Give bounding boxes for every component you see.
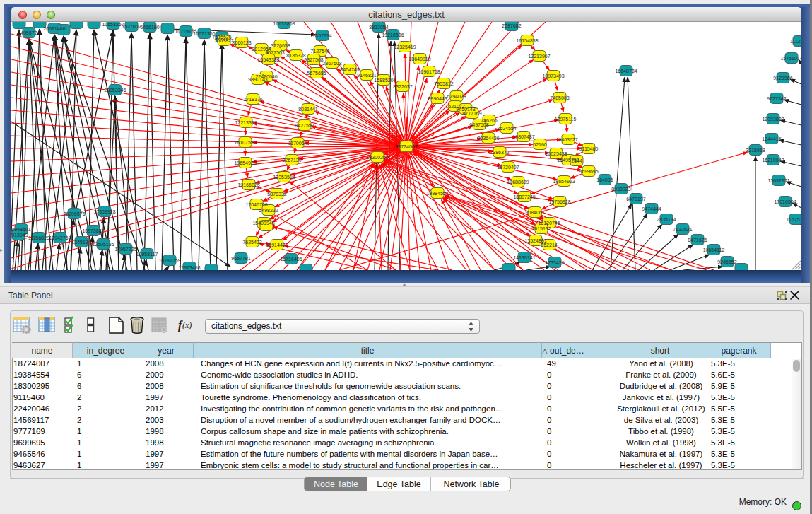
svg-text:16543382: 16543382 <box>257 57 279 62</box>
svg-text:164095: 164095 <box>596 177 613 182</box>
svg-text:15692971: 15692971 <box>767 178 789 183</box>
svg-text:10807487: 10807487 <box>512 134 534 139</box>
svg-text:28053346: 28053346 <box>104 88 126 93</box>
svg-text:8471626: 8471626 <box>688 238 707 243</box>
svg-text:18807249: 18807249 <box>513 194 535 199</box>
svg-text:7663822: 7663822 <box>214 38 233 43</box>
svg-text:16961758: 16961758 <box>418 69 440 74</box>
svg-text:8322037: 8322037 <box>393 84 412 89</box>
svg-text:9227342: 9227342 <box>767 96 786 101</box>
svg-text:2935134: 2935134 <box>657 217 676 222</box>
svg-text:8660123: 8660123 <box>232 40 251 45</box>
svg-text:9777169: 9777169 <box>462 111 481 116</box>
svg-text:16120746: 16120746 <box>538 221 560 226</box>
svg-text:6794028: 6794028 <box>447 94 466 99</box>
svg-text:8186328: 8186328 <box>286 53 305 58</box>
svg-text:16782759: 16782759 <box>158 258 180 263</box>
svg-text:8813054: 8813054 <box>369 25 388 30</box>
svg-text:9146821: 9146821 <box>357 73 376 78</box>
svg-text:12505135: 12505135 <box>92 242 114 247</box>
svg-text:16648784: 16648784 <box>615 69 637 74</box>
svg-text:12213369: 12213369 <box>235 120 257 125</box>
svg-text:9084067: 9084067 <box>525 210 544 215</box>
svg-text:1588520: 1588520 <box>374 78 393 83</box>
svg-text:1527602: 1527602 <box>122 24 141 29</box>
svg-text:10975887: 10975887 <box>82 228 104 233</box>
svg-text:3624554: 3624554 <box>497 126 516 131</box>
svg-text:17359928: 17359928 <box>93 209 115 214</box>
svg-text:12975115: 12975115 <box>555 117 577 122</box>
svg-text:12923468: 12923468 <box>178 265 200 270</box>
svg-text:20364436: 20364436 <box>477 136 499 141</box>
svg-text:1615132: 1615132 <box>531 226 551 231</box>
svg-text:9657791: 9657791 <box>231 256 250 261</box>
svg-text:9627503: 9627503 <box>265 50 284 55</box>
svg-text:19756928: 19756928 <box>548 199 570 204</box>
svg-text:16914479: 16914479 <box>266 243 288 247</box>
svg-text:8990443: 8990443 <box>428 96 447 101</box>
svg-text:2718176: 2718176 <box>243 97 262 102</box>
svg-text:9129966: 9129966 <box>773 76 792 81</box>
svg-text:3913943: 3913943 <box>11 233 28 238</box>
svg-text:12325419: 12325419 <box>394 45 416 49</box>
svg-text:5878332: 5878332 <box>267 192 286 197</box>
svg-text:7127546: 7127546 <box>310 49 329 54</box>
svg-text:10973493: 10973493 <box>542 74 564 78</box>
svg-text:16210643: 16210643 <box>762 158 784 163</box>
svg-text:20691406: 20691406 <box>43 26 65 31</box>
svg-text:1167533: 1167533 <box>787 217 801 222</box>
svg-text:7485003: 7485003 <box>550 95 569 100</box>
svg-text:19218506: 19218506 <box>382 33 404 37</box>
svg-text:7386372: 7386372 <box>490 150 509 155</box>
svg-text:8031441: 8031441 <box>298 107 317 112</box>
svg-text:62160: 62160 <box>533 142 547 147</box>
svg-text:16107553: 16107553 <box>234 140 256 145</box>
svg-text:9327508: 9327508 <box>304 57 323 62</box>
svg-text:15409948: 15409948 <box>252 221 274 226</box>
svg-text:26206576: 26206576 <box>63 211 85 216</box>
svg-text:9890143: 9890143 <box>248 77 267 82</box>
svg-text:18640910: 18640910 <box>408 57 430 62</box>
svg-text:16154838: 16154838 <box>516 38 538 43</box>
svg-text:5498222: 5498222 <box>259 208 278 213</box>
svg-text:2367608: 2367608 <box>322 61 341 66</box>
svg-text:9115460: 9115460 <box>579 146 599 151</box>
svg-text:9463627: 9463627 <box>558 137 577 142</box>
svg-text:3226058: 3226058 <box>271 43 290 48</box>
svg-text:7955812: 7955812 <box>434 81 453 86</box>
svg-text:19384554: 19384554 <box>426 191 448 196</box>
svg-text:15751074: 15751074 <box>780 56 801 61</box>
svg-text:9474444: 9474444 <box>642 206 661 211</box>
svg-text:1244415: 1244415 <box>762 136 781 141</box>
svg-text:18724007: 18724007 <box>395 144 417 149</box>
svg-text:19654923: 19654923 <box>553 179 575 184</box>
svg-text:19166825: 19166825 <box>237 182 259 187</box>
svg-text:6466160: 6466160 <box>140 25 159 30</box>
svg-text:8938923: 8938923 <box>611 187 630 192</box>
svg-text:2087682: 2087682 <box>502 23 521 28</box>
svg-text:1112504: 1112504 <box>790 39 801 44</box>
svg-text:9943501: 9943501 <box>11 227 30 232</box>
svg-text:14136141: 14136141 <box>513 255 535 260</box>
svg-text:12942757: 12942757 <box>49 235 71 240</box>
svg-text:8427552: 8427552 <box>295 123 314 128</box>
svg-text:252214: 252214 <box>541 243 557 247</box>
svg-text:7357224: 7357224 <box>312 33 331 38</box>
svg-text:12353594: 12353594 <box>273 175 295 180</box>
svg-text:15720407: 15720407 <box>497 165 519 170</box>
svg-text:17046766: 17046766 <box>245 202 267 207</box>
svg-text:10025438: 10025438 <box>545 151 567 156</box>
svg-text:10653257: 10653257 <box>102 22 124 27</box>
svg-text:6479197: 6479197 <box>626 197 645 201</box>
svg-text:3215958: 3215958 <box>746 148 765 153</box>
svg-text:3267130: 3267130 <box>282 158 301 163</box>
svg-text:11156829: 11156829 <box>28 235 49 240</box>
svg-text:8454749: 8454749 <box>340 67 359 72</box>
svg-text:7632621: 7632621 <box>673 227 692 232</box>
svg-text:(x): (x) <box>182 320 192 330</box>
svg-text:2344: 2344 <box>571 158 582 163</box>
svg-text:10688609: 10688609 <box>507 180 529 185</box>
svg-text:9699695: 9699695 <box>579 169 598 174</box>
svg-text:10958117: 10958117 <box>136 252 158 257</box>
svg-text:5675685: 5675685 <box>307 71 326 76</box>
